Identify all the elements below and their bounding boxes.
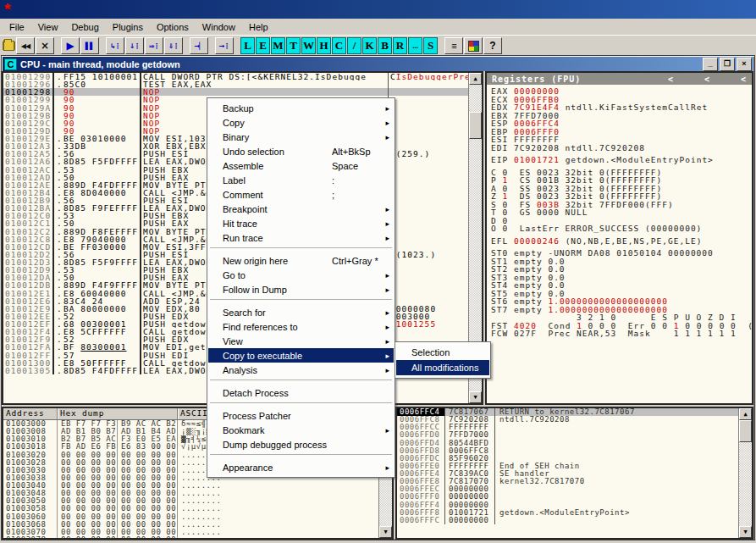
menu-view[interactable]: View <box>31 20 65 34</box>
letter-button-W[interactable]: W <box>301 37 316 54</box>
letter-button-dots[interactable]: ... <box>408 37 422 54</box>
step-over-button[interactable]: ↓⋮ <box>125 37 144 54</box>
context-menu-item-binary[interactable]: Binary▸ <box>208 130 394 144</box>
disasm-row[interactable]: 01001290.FF15 10100001CALL DWORD PTR DS:… <box>3 73 482 80</box>
letter-button-T[interactable]: T <box>286 37 301 54</box>
menu-separator <box>210 454 392 457</box>
cpu-window-title: CPU - main thread, module getdown <box>20 59 180 69</box>
scroll-thumb[interactable] <box>739 420 752 442</box>
menu-file[interactable]: File <box>3 20 31 34</box>
letter-button-M[interactable]: M <box>271 37 285 54</box>
open-file-button[interactable] <box>3 42 15 50</box>
context-menu-item-hit-trace[interactable]: Hit trace▸ <box>208 216 394 230</box>
scroll-down-icon[interactable]: ▼ <box>739 526 752 538</box>
main-titlebar[interactable]: * <box>0 0 756 19</box>
step-into-button[interactable]: ↳⋮ <box>106 37 124 54</box>
submenu-arrow-icon: ▸ <box>385 337 389 346</box>
submenu-arrow-icon: ▸ <box>385 104 389 113</box>
register-bank-toggle[interactable]: < <box>704 75 710 84</box>
open-folder-icon <box>3 41 14 51</box>
submenu-arrow-icon: ▸ <box>385 133 389 141</box>
context-menu-item-appearance[interactable]: Appearance▸ <box>208 460 394 474</box>
submenu-arrow-icon: ▸ <box>385 234 389 242</box>
trace-into-button[interactable]: ⇒⋮ <box>145 37 163 54</box>
menu-window[interactable]: Window <box>196 20 242 34</box>
stack-scrollbar[interactable]: ▲ ▼ <box>738 408 752 538</box>
scroll-up-icon[interactable]: ▲ <box>469 73 482 85</box>
context-menu-item-view[interactable]: View▸ <box>208 334 394 348</box>
context-menu-item-bookmark[interactable]: Bookmark▸ <box>208 423 394 437</box>
letter-button-B[interactable]: B <box>378 37 392 54</box>
scroll-down-icon[interactable]: ▼ <box>379 526 392 538</box>
trace-over-button[interactable]: ⇓⋮ <box>164 37 183 54</box>
go-to-button[interactable]: →⋮ <box>215 37 234 54</box>
cpu-titlebar[interactable]: C CPU - main thread, module getdown _ ❐ … <box>3 57 753 71</box>
help-icon[interactable]: ? <box>483 37 502 54</box>
register-bank-toggle[interactable]: < <box>741 75 747 84</box>
submenu-item-all-modifications[interactable]: All modifications <box>396 360 489 375</box>
stack-pane[interactable]: 0006FFC47C817067RETURN to kernel32.7C817… <box>395 407 753 540</box>
context-menu-item-comment[interactable]: Comment; <box>208 187 394 202</box>
submenu-arrow-icon: ▸ <box>385 308 389 317</box>
registers-pulldowns[interactable]: <<< <box>637 75 747 84</box>
context-menu-item-assemble[interactable]: AssembleSpace <box>208 158 394 173</box>
scroll-down-icon[interactable]: ▼ <box>469 391 482 403</box>
letter-button-E[interactable]: E <box>256 37 270 54</box>
close-process-button[interactable]: × <box>36 37 54 54</box>
windows-list-icon[interactable]: ≡ <box>444 37 463 54</box>
letter-button-K[interactable]: K <box>362 37 377 54</box>
registers-header: Registers (FPU) <<< <box>487 73 752 85</box>
context-menu-item-dump-debugged-process[interactable]: Dump debugged process <box>208 437 394 452</box>
letter-button-S[interactable]: S <box>423 37 438 54</box>
context-menu-item-undo-selection[interactable]: Undo selectionAlt+BkSp <box>208 144 394 158</box>
context-menu-item-new-origin-here[interactable]: New origin hereCtrl+Gray * <box>208 253 394 268</box>
context-menu-item-breakpoint[interactable]: Breakpoint▸ <box>208 202 394 216</box>
disasm-row[interactable]: 01001296.85C0TEST EAX,EAX <box>3 80 482 88</box>
context-menu-item-search-for[interactable]: Search for▸ <box>208 305 394 319</box>
menu-separator <box>210 299 392 302</box>
restore-button[interactable]: ❐ <box>720 58 735 71</box>
context-menu-item-analysis[interactable]: Analysis▸ <box>208 363 394 377</box>
submenu-arrow-icon: ▸ <box>385 205 389 213</box>
run-button[interactable]: ▶ <box>61 37 80 54</box>
submenu-item-selection[interactable]: Selection <box>396 345 489 360</box>
context-menu-item-go-to[interactable]: Go to▸ <box>208 268 394 282</box>
menu-separator <box>210 380 392 383</box>
letter-button-C[interactable]: C <box>332 37 346 54</box>
menu-options[interactable]: Options <box>150 20 196 34</box>
context-menu-item-process-patcher[interactable]: Process Patcher <box>208 408 394 423</box>
context-menu-item-backup[interactable]: Backup▸ <box>208 101 394 115</box>
menu-help[interactable]: Help <box>242 20 275 34</box>
dump-row[interactable]: 0100307800 00 00 0000 00 00 00........ <box>3 536 392 540</box>
registers-pane[interactable]: Registers (FPU) <<< EAX 00000000ECX 0006… <box>485 71 753 405</box>
disasm-row[interactable]: 0100129890NOP <box>3 88 482 96</box>
ollydbg-window: * FileViewDebugPluginsOptionsWindowHelp … <box>0 0 756 543</box>
scroll-up-icon[interactable]: ▲ <box>739 408 752 420</box>
close-button[interactable]: × <box>737 58 752 71</box>
context-menu-item-copy-to-executable[interactable]: Copy to executable▸ <box>208 348 394 363</box>
restart-button[interactable]: ◀◀ <box>16 37 35 54</box>
menu-debug[interactable]: Debug <box>64 20 105 34</box>
cpu-window-icon: C <box>4 58 17 70</box>
letter-button-H[interactable]: H <box>317 37 331 54</box>
menu-plugins[interactable]: Plugins <box>106 20 150 34</box>
context-menu-item-label[interactable]: Label: <box>208 173 394 187</box>
register-line: EIP 01001721 getdown.<ModuleEntryPoint> <box>491 156 497 164</box>
scroll-thumb[interactable] <box>469 112 482 139</box>
letter-button-slash[interactable]: / <box>347 37 361 54</box>
context-menu-item-run-trace[interactable]: Run trace▸ <box>208 230 394 245</box>
letter-button-L[interactable]: L <box>240 37 255 54</box>
register-bank-toggle[interactable]: < <box>668 75 674 84</box>
stack-row[interactable]: 0006FFFC00000000 <box>397 517 752 524</box>
pause-button[interactable]: ▌▌ <box>80 37 99 54</box>
context-menu-item-follow-in-dump[interactable]: Follow in Dump▸ <box>208 282 394 296</box>
minimize-button[interactable]: _ <box>703 58 718 71</box>
submenu-arrow-icon: ▸ <box>385 426 389 435</box>
context-menu-item-find-references-to[interactable]: Find references to▸ <box>208 319 394 334</box>
appearance-palette-icon[interactable] <box>464 37 483 54</box>
execute-till-return-button[interactable]: →▏ <box>190 37 208 54</box>
submenu-arrow-icon: ▸ <box>385 271 389 280</box>
context-menu-item-copy[interactable]: Copy▸ <box>208 115 394 130</box>
context-menu-item-detach-process[interactable]: Detach Process <box>208 385 394 400</box>
letter-button-R[interactable]: R <box>393 37 407 54</box>
